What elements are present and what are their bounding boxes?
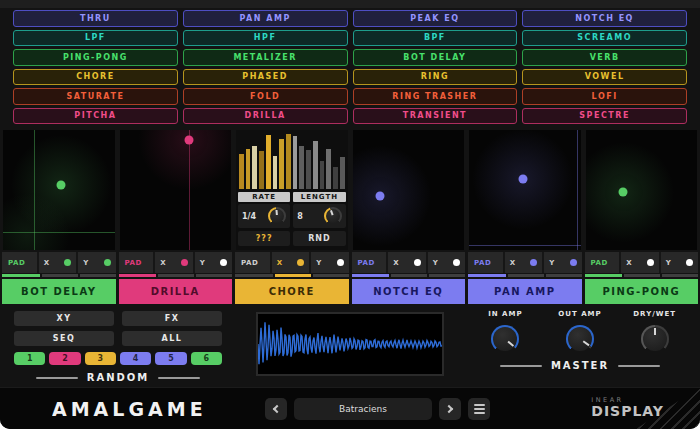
rate-control: RATE 1/4 bbox=[238, 192, 290, 228]
fx-button-notch-eq[interactable]: NOTCH EQ bbox=[522, 10, 687, 27]
x-mod-dot bbox=[64, 259, 71, 266]
tab-pad[interactable]: PAD bbox=[468, 252, 505, 273]
tab-pad[interactable]: PAD bbox=[119, 252, 156, 273]
slot-name-button-chore[interactable]: CHORE bbox=[235, 279, 349, 304]
tab-x[interactable]: X bbox=[39, 252, 78, 273]
fx-button-phased[interactable]: PHASED bbox=[183, 69, 348, 86]
out-amp-knob[interactable] bbox=[566, 325, 594, 353]
in-amp-knob[interactable] bbox=[491, 325, 519, 353]
rate-label: RATE bbox=[238, 192, 290, 202]
fx-button-thru[interactable]: THRU bbox=[13, 10, 178, 27]
tab-y[interactable]: Y bbox=[78, 252, 115, 273]
xy-pad[interactable] bbox=[586, 130, 698, 250]
tab-pad[interactable]: PAD bbox=[2, 252, 39, 273]
length-knob[interactable] bbox=[324, 207, 342, 225]
tab-x[interactable]: X bbox=[621, 252, 660, 273]
tab-x[interactable]: X bbox=[155, 252, 194, 273]
fx-button-vowel[interactable]: VOWEL bbox=[522, 69, 687, 86]
tab-underlines bbox=[235, 274, 349, 277]
slot-name-button-drilla[interactable]: DRILLA bbox=[119, 279, 233, 304]
prev-preset-button[interactable] bbox=[265, 398, 287, 420]
tab-y[interactable]: Y bbox=[195, 252, 232, 273]
fx-button-drilla[interactable]: DRILLA bbox=[183, 108, 348, 125]
tab-x[interactable]: X bbox=[505, 252, 544, 273]
fx-button-ring[interactable]: RING bbox=[353, 69, 518, 86]
xy-pad-handle[interactable] bbox=[184, 135, 193, 144]
chevron-left-icon bbox=[273, 405, 281, 413]
effect-slot-2: PAD X Y DRILLA bbox=[119, 130, 233, 304]
x-mod-dot bbox=[181, 259, 188, 266]
slot-name-button-bot-delay[interactable]: BOT DELAY bbox=[2, 279, 116, 304]
fx-button-lpf[interactable]: LPF bbox=[13, 30, 178, 47]
fx-button-screamo[interactable]: SCREAMO bbox=[522, 30, 687, 47]
preset-name-field[interactable]: Batraciens bbox=[294, 398, 432, 420]
xy-pad-handle[interactable] bbox=[376, 192, 385, 201]
random-fx-button[interactable]: FX bbox=[122, 311, 222, 326]
random-all-button[interactable]: ALL bbox=[122, 331, 222, 346]
random-slot-button-6[interactable]: 6 bbox=[191, 352, 222, 365]
tab-pad[interactable]: PAD bbox=[235, 252, 272, 273]
fx-button-pan-amp[interactable]: PAN AMP bbox=[183, 10, 348, 27]
fx-button-chore[interactable]: CHORE bbox=[13, 69, 178, 86]
fx-button-transient[interactable]: TRANSIENT bbox=[353, 108, 518, 125]
slot-name-button-pan-amp[interactable]: PAN AMP bbox=[468, 279, 582, 304]
fx-button-bot-delay[interactable]: BOT DELAY bbox=[353, 49, 518, 66]
tab-x[interactable]: X bbox=[272, 252, 311, 273]
chevron-right-icon bbox=[445, 405, 453, 413]
fx-button-bpf[interactable]: BPF bbox=[353, 30, 518, 47]
xy-pad[interactable] bbox=[469, 130, 581, 250]
rnd-button[interactable]: RND bbox=[293, 231, 345, 246]
random-slot-button-1[interactable]: 1 bbox=[14, 352, 45, 365]
slot-name-button-notch-eq[interactable]: NOTCH EQ bbox=[352, 279, 466, 304]
random-slot-button-2[interactable]: 2 bbox=[49, 352, 80, 365]
xy-pad[interactable] bbox=[353, 130, 465, 250]
fx-button-ring-trasher[interactable]: RING TRASHER bbox=[353, 88, 518, 105]
sequencer-bar bbox=[326, 149, 331, 189]
fx-button-saturate[interactable]: SATURATE bbox=[13, 88, 178, 105]
xy-pad-handle[interactable] bbox=[619, 188, 628, 197]
mystery-button[interactable]: ??? bbox=[238, 231, 290, 246]
effect-slot-6: PAD X Y PING-PONG bbox=[585, 130, 699, 304]
rate-knob[interactable] bbox=[268, 207, 286, 225]
sequencer-bars[interactable] bbox=[238, 132, 346, 189]
xy-pad-handle[interactable] bbox=[518, 175, 527, 184]
tab-y[interactable]: Y bbox=[311, 252, 348, 273]
fx-button-spectre[interactable]: SPECTRE bbox=[522, 108, 687, 125]
fx-button-ping-pong[interactable]: PING-PONG bbox=[13, 49, 178, 66]
tab-x[interactable]: X bbox=[388, 252, 427, 273]
tab-y[interactable]: Y bbox=[544, 252, 581, 273]
tab-pad[interactable]: PAD bbox=[585, 252, 622, 273]
sequencer-bar bbox=[293, 136, 298, 189]
xy-pad[interactable] bbox=[3, 130, 115, 250]
window-top-strip bbox=[0, 0, 700, 8]
effect-control-panel: RATE 1/4 LENGTH 8 ??? RND bbox=[236, 130, 348, 250]
random-seq-button[interactable]: SEQ bbox=[14, 331, 114, 346]
random-slot-button-5[interactable]: 5 bbox=[155, 352, 186, 365]
random-xy-button[interactable]: XY bbox=[14, 311, 114, 326]
tab-y[interactable]: Y bbox=[428, 252, 465, 273]
xy-pad[interactable] bbox=[120, 130, 232, 250]
fx-button-verb[interactable]: VERB bbox=[522, 49, 687, 66]
fx-button-hpf[interactable]: HPF bbox=[183, 30, 348, 47]
fx-button-peak-eq[interactable]: PEAK EQ bbox=[353, 10, 518, 27]
tab-pad[interactable]: PAD bbox=[352, 252, 389, 273]
fx-button-pitcha[interactable]: PITCHA bbox=[13, 108, 178, 125]
random-slot-button-4[interactable]: 4 bbox=[120, 352, 151, 365]
dry-wet-knob[interactable] bbox=[641, 325, 669, 353]
effect-slot-1: PAD X Y BOT DELAY bbox=[2, 130, 116, 304]
in-amp-label: IN AMP bbox=[488, 310, 522, 318]
inear-display-logo: INEAR DISPLAY bbox=[591, 396, 664, 419]
random-slot-button-3[interactable]: 3 bbox=[85, 352, 116, 365]
sequencer-bar bbox=[252, 146, 257, 189]
tab-y[interactable]: Y bbox=[661, 252, 698, 273]
next-preset-button[interactable] bbox=[439, 398, 461, 420]
preset-menu-button[interactable] bbox=[468, 398, 490, 420]
x-mod-dot bbox=[530, 259, 537, 266]
slot-name-button-ping-pong[interactable]: PING-PONG bbox=[585, 279, 699, 304]
fx-button-metalizer[interactable]: METALIZER bbox=[183, 49, 348, 66]
sequencer-bar bbox=[259, 151, 264, 189]
fx-button-fold[interactable]: FOLD bbox=[183, 88, 348, 105]
xy-pad-handle[interactable] bbox=[56, 181, 65, 190]
fx-button-lofi[interactable]: LOFI bbox=[522, 88, 687, 105]
sequencer-bar bbox=[273, 156, 278, 189]
